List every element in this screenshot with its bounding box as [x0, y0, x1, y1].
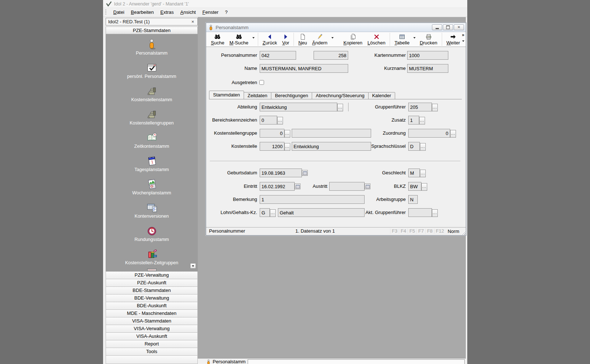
- toolbar-overflow[interactable]: »: [462, 32, 464, 42]
- toolbar-dropdown-tabelle[interactable]: [412, 34, 417, 41]
- geschlecht-browse-button[interactable]: ...: [420, 170, 426, 177]
- sidebar-group-pze-stammdaten[interactable]: PZE-Stammdaten: [106, 27, 198, 34]
- sidebar-item-kostenstellengruppen[interactable]: Kostenstellengruppen: [106, 108, 198, 132]
- bereichskennzeichen-browse-button[interactable]: ...: [277, 117, 283, 124]
- sidebar-item-personl-personalstamm[interactable]: persönl. Personalstamm: [106, 62, 198, 85]
- maximize-button[interactable]: [443, 24, 453, 30]
- akt-gruppenfuehrer-browse-button[interactable]: ...: [432, 209, 438, 217]
- tab-abrechnung-steuerung[interactable]: Abrechnung/Steuerung: [312, 92, 369, 99]
- blkz-input[interactable]: [408, 182, 421, 191]
- akt-gruppenfuehrer-input[interactable]: [408, 208, 432, 217]
- sidebar-group-mde-maschinendaten[interactable]: MDE - Maschinendaten: [106, 309, 198, 317]
- sidebar-group-pze-auskunft[interactable]: PZE-Auskunft: [106, 279, 198, 287]
- personalnummer2-input[interactable]: [314, 51, 348, 60]
- menu-help[interactable]: ?: [222, 8, 231, 17]
- tab-berechtigungen[interactable]: Berechtigungen: [271, 92, 312, 99]
- sidebar-item-personalstamm[interactable]: Personalstamm: [106, 39, 198, 62]
- delete-x-icon: [373, 33, 380, 40]
- abteilung-browse-button[interactable]: ...: [337, 104, 343, 111]
- sidebar-item-kostenstellenstamm[interactable]: Kostenstellenstamm: [106, 85, 198, 108]
- sidebar-item-wochenplanstamm[interactable]: Wochenplanstamm: [106, 178, 198, 202]
- sprachschluessel-browse-button[interactable]: ...: [420, 143, 426, 151]
- fkey-f8: F8: [425, 229, 434, 234]
- personalstamm-title-bar[interactable]: Personalstamm ✕: [206, 23, 466, 32]
- toolbar-button-zuruck[interactable]: Zurück: [260, 32, 280, 47]
- mdi-tab-bar: Personalstamm: [198, 358, 466, 364]
- eintritt-input[interactable]: [260, 182, 295, 191]
- menu-grip[interactable]: [105, 9, 106, 15]
- sidebar-close-button[interactable]: ×: [190, 19, 195, 24]
- ausgetreten-checkbox[interactable]: [259, 80, 264, 85]
- kurzname-input[interactable]: [407, 64, 448, 73]
- personalstamm-status-bar: Personalnummer 1. Datensatz von 1 F3F4F5…: [206, 227, 466, 235]
- sidebar-group-visa-auskunft[interactable]: VISA-Auskunft: [106, 332, 198, 340]
- tab-zeitdaten[interactable]: Zeitdaten: [244, 92, 271, 99]
- toolbar-button-drucken[interactable]: Drucken: [417, 32, 440, 47]
- arbeitsgruppe-input[interactable]: [408, 195, 418, 204]
- kartennummer-input[interactable]: [407, 51, 448, 60]
- toolbar-button-neu[interactable]: Neu: [296, 32, 310, 47]
- sidebar-group-bde-auskunft[interactable]: BDE-Auskunft: [106, 302, 198, 310]
- personalnummer-input[interactable]: [260, 51, 296, 60]
- blkz-label: BLKZ: [345, 182, 406, 191]
- blkz-browse-button[interactable]: ...: [421, 183, 427, 191]
- toolbar-dropdown-m-suche[interactable]: [251, 34, 256, 41]
- sidebar-item-zeitkontenstamm[interactable]: Zeitkontenstamm: [106, 132, 198, 155]
- toolbar-button-kopieren[interactable]: Kopieren: [341, 32, 365, 47]
- toolbar-button-vor[interactable]: Vor: [280, 32, 292, 47]
- lohn-gehalts-kz-browse-button[interactable]: ...: [270, 209, 276, 217]
- menu-extras[interactable]: Extras: [157, 8, 177, 17]
- mdi-tab-personalstamm[interactable]: Personalstamm: [206, 359, 248, 364]
- toolbar-button-suche[interactable]: Suche: [208, 32, 227, 47]
- kostenstelle-browse-button[interactable]: ...: [284, 143, 290, 151]
- geburtsdatum-calendar-button[interactable]: [302, 170, 308, 176]
- sidebar-group-visa-verwaltung[interactable]: VISA-Verwaltung: [106, 325, 198, 333]
- toolbar-button-andern[interactable]: Ändern: [310, 32, 330, 47]
- sidebar-group-bde-verwaltung[interactable]: BDE-Verwaltung: [106, 294, 198, 302]
- menu-fenster[interactable]: Fenster: [199, 8, 222, 17]
- toolbar-button-weiter[interactable]: Weiter: [444, 32, 463, 47]
- abteilung-input[interactable]: [260, 103, 337, 111]
- bereichskennzeichen-input[interactable]: [260, 116, 277, 124]
- toolbar-button-tabelle[interactable]: Tabelle: [392, 32, 412, 47]
- sidebar-group-visa-stammdaten[interactable]: VISA-Stammdaten: [106, 317, 198, 325]
- sidebar-scroll-down-button[interactable]: [190, 263, 196, 269]
- tab-kalender[interactable]: Kalender: [368, 92, 395, 99]
- sidebar-item-rundungsstamm[interactable]: Rundungsstamm: [106, 225, 198, 248]
- name-input[interactable]: [260, 64, 348, 73]
- gruppenfuehrer-input[interactable]: [408, 103, 432, 111]
- lohn-gehalts-kz-input[interactable]: [260, 208, 270, 217]
- toolbar-button-loschen[interactable]: Löschen: [365, 32, 388, 47]
- zusatz-browse-button[interactable]: ...: [419, 117, 425, 124]
- sidebar-group-pze-verwaltung[interactable]: PZE-Verwaltung: [106, 271, 198, 279]
- sidebar-item-tagesplanstamm[interactable]: 1Tagesplanstamm: [106, 155, 198, 178]
- kostenstelle-input[interactable]: [260, 142, 284, 151]
- sidebar-group-report[interactable]: Report: [106, 340, 198, 348]
- printer-icon: [425, 33, 432, 40]
- geschlecht-input[interactable]: [408, 169, 420, 177]
- minimize-button[interactable]: [432, 24, 442, 30]
- zusatz-input[interactable]: [408, 116, 419, 124]
- tab-stammdaten[interactable]: Stammdaten: [209, 91, 244, 99]
- close-button[interactable]: ✕: [454, 24, 464, 30]
- resize-grip[interactable]: [461, 230, 465, 235]
- sidebar: Idol2 - RED.Test (1) × PZE-Stammdaten Pe…: [106, 17, 198, 364]
- sidebar-item-kontenversionen[interactable]: Kontenversionen: [106, 202, 198, 225]
- kostenstellengruppe-browse-button[interactable]: ...: [284, 130, 290, 138]
- geburtsdatum-input[interactable]: [260, 169, 302, 177]
- sidebar-item-label: Kostenstellen-Zeitgruppen: [125, 260, 178, 265]
- sprachschluessel-input[interactable]: [408, 142, 420, 151]
- menu-bearbeiten[interactable]: Bearbeiten: [127, 8, 157, 17]
- sidebar-item-kostenstellen-zeitgruppen[interactable]: Kostenstellen-Zeitgruppen: [106, 248, 198, 272]
- sidebar-group-tools[interactable]: Tools: [106, 348, 198, 356]
- gruppenfuehrer-browse-button[interactable]: ...: [432, 104, 438, 111]
- toolbar-dropdown-andern[interactable]: [330, 34, 335, 41]
- zuordnung-browse-button[interactable]: ...: [450, 130, 456, 138]
- zuordnung-input[interactable]: [408, 129, 450, 138]
- sidebar-group-bde-stammdaten[interactable]: BDE-Stammdaten: [106, 286, 198, 294]
- status-field-name: Personalnummer: [209, 228, 245, 235]
- menu-ansicht[interactable]: Ansicht: [177, 8, 199, 17]
- menu-datei[interactable]: Datei: [110, 8, 127, 17]
- toolbar-button-m-suche[interactable]: M-Suche: [227, 32, 251, 47]
- kostenstellengruppe-input[interactable]: [260, 129, 284, 138]
